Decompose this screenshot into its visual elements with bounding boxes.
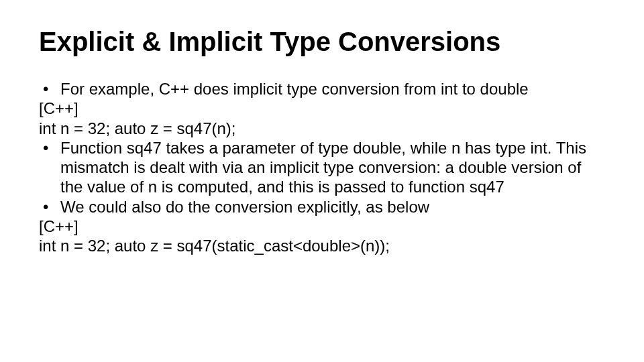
code-label: [C++]: [39, 217, 605, 236]
bullet-text: Function sq47 takes a parameter of type …: [60, 138, 605, 197]
bullet-dot: •: [39, 79, 60, 99]
bullet-dot: •: [39, 138, 60, 197]
bullet-dot: •: [39, 197, 60, 217]
slide: Explicit & Implicit Type Conversions • F…: [0, 0, 644, 362]
bullet-item: • Function sq47 takes a parameter of typ…: [39, 138, 605, 197]
bullet-text: We could also do the conversion explicit…: [60, 197, 605, 217]
code-line: int n = 32; auto z = sq47(n);: [39, 119, 605, 138]
code-label: [C++]: [39, 99, 605, 118]
bullet-item: • We could also do the conversion explic…: [39, 197, 605, 217]
slide-body: • For example, C++ does implicit type co…: [39, 79, 605, 255]
slide-title: Explicit & Implicit Type Conversions: [39, 27, 605, 56]
code-line: int n = 32; auto z = sq47(static_cast<do…: [39, 236, 605, 255]
bullet-item: • For example, C++ does implicit type co…: [39, 79, 605, 99]
bullet-text: For example, C++ does implicit type conv…: [60, 79, 605, 99]
